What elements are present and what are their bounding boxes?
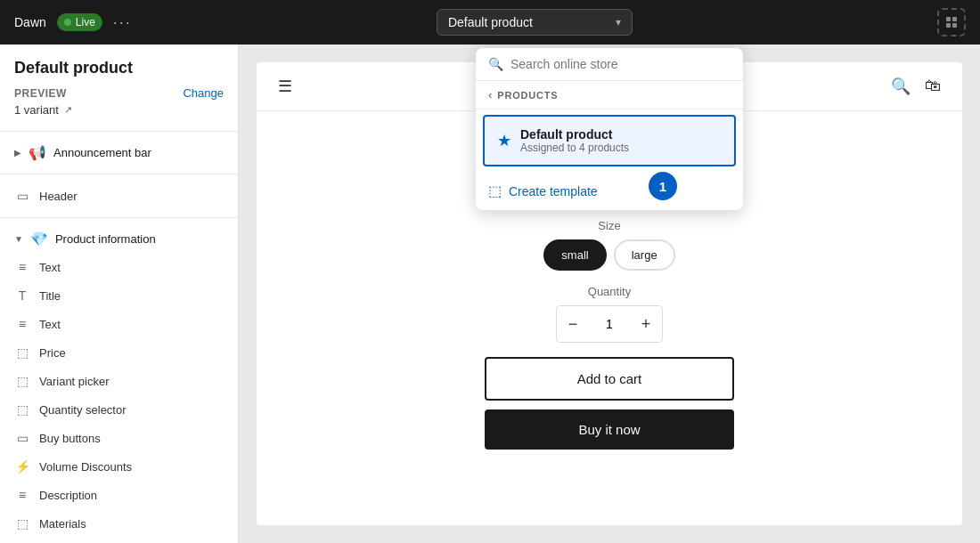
divider-2 xyxy=(0,174,238,174)
selected-template-item[interactable]: ★ Default product Assigned to 4 products xyxy=(483,115,736,166)
create-template-button[interactable]: ⬚ Create template xyxy=(476,172,743,210)
create-template-icon: ⬚ xyxy=(488,182,502,199)
sidebar-item-title[interactable]: T Title xyxy=(0,281,238,310)
volume-discounts-icon: ⚡ xyxy=(14,459,30,474)
announcement-label: Announcement bar xyxy=(53,146,151,159)
variant-text: 1 variant xyxy=(14,103,59,117)
grid-view-button[interactable] xyxy=(937,8,966,36)
nav-icons: 🔍 🛍 xyxy=(891,77,941,96)
create-template-label: Create template xyxy=(509,184,598,199)
dropdown-arrow-icon: ▾ xyxy=(616,16,621,28)
divider-3 xyxy=(0,217,238,218)
buy-buttons-icon: ▭ xyxy=(14,431,30,445)
text-icon-1: ≡ xyxy=(14,260,30,274)
cart-nav-icon[interactable]: 🛍 xyxy=(925,77,941,96)
qty-decrease-button[interactable]: − xyxy=(557,306,589,342)
sidebar: Default product PREVIEW Change 1 variant… xyxy=(0,45,239,543)
variant-picker-label: Variant picker xyxy=(39,375,110,388)
back-nav: ‹ PRODUCTS xyxy=(476,81,743,109)
top-bar-center: Default product ▾ xyxy=(143,9,927,36)
qty-control: − 1 + xyxy=(556,305,663,343)
step-badge: 1 xyxy=(649,172,677,200)
preview-label: PREVIEW xyxy=(14,87,67,100)
section-toggle-icon: ▶ xyxy=(14,148,21,158)
variant-picker-icon: ⬚ xyxy=(14,374,30,388)
live-badge: Live xyxy=(57,13,102,31)
selected-item-sub: Assigned to 4 products xyxy=(520,142,629,154)
sidebar-header: Default product PREVIEW Change 1 variant… xyxy=(0,45,238,124)
variant-row: 1 variant ↗ xyxy=(14,103,224,117)
search-box: 🔍 xyxy=(476,48,743,81)
size-label: Size xyxy=(292,219,927,232)
top-bar: Dawn Live ··· Default product ▾ xyxy=(0,0,980,45)
volume-discounts-label: Volume Discounts xyxy=(39,460,132,474)
template-dropdown[interactable]: Default product ▾ xyxy=(437,9,633,36)
header-label: Header xyxy=(39,190,78,203)
price-icon: ⬚ xyxy=(14,345,30,360)
grid-icon-inner xyxy=(946,17,957,28)
title-icon: T xyxy=(14,288,30,303)
sidebar-item-shipping[interactable]: ⬚ Shipping & Returns xyxy=(0,538,238,543)
sidebar-item-description[interactable]: ≡ Description xyxy=(0,481,238,509)
announcement-icon: 📢 xyxy=(29,144,46,161)
search-input[interactable] xyxy=(510,57,731,71)
qty-value: 1 xyxy=(589,317,630,331)
size-large-button[interactable]: large xyxy=(614,239,675,271)
sidebar-item-variant-picker[interactable]: ⬚ Variant picker xyxy=(0,367,238,395)
text-label-1: Text xyxy=(39,261,61,274)
main-content: ☰ 🔍 🛍 1 variant €12,00 EUR Tax included.… xyxy=(239,45,980,543)
sidebar-item-price[interactable]: ⬚ Price xyxy=(0,338,238,367)
star-icon: ★ xyxy=(497,131,511,150)
buy-now-button[interactable]: Buy it now xyxy=(485,409,734,450)
layout: Default product PREVIEW Change 1 variant… xyxy=(0,45,980,543)
sidebar-title: Default product xyxy=(14,59,224,77)
sidebar-item-buy-buttons[interactable]: ▭ Buy buttons xyxy=(0,424,238,452)
search-nav-icon[interactable]: 🔍 xyxy=(891,77,911,96)
product-info-label: Product information xyxy=(55,232,156,246)
store-name: Dawn xyxy=(14,15,46,29)
products-section-label: PRODUCTS xyxy=(497,90,558,101)
product-info-icon: 💎 xyxy=(30,231,48,247)
size-options: small large xyxy=(292,239,927,271)
hamburger-icon[interactable]: ☰ xyxy=(278,77,292,96)
live-dot xyxy=(64,19,71,26)
add-to-cart-button[interactable]: Add to cart xyxy=(485,357,734,401)
back-arrow-icon[interactable]: ‹ xyxy=(488,88,492,101)
dropdown-panel: 🔍 ‹ PRODUCTS ★ Default product Assigned … xyxy=(476,48,743,210)
announcement-bar-section[interactable]: ▶ 📢 Announcement bar xyxy=(0,139,238,166)
preview-row: PREVIEW Change xyxy=(14,86,224,100)
buy-buttons-label: Buy buttons xyxy=(39,432,101,445)
change-link[interactable]: Change xyxy=(183,86,224,100)
pi-toggle-icon: ▼ xyxy=(14,234,23,244)
sidebar-item-qty-selector[interactable]: ⬚ Quantity selector xyxy=(0,395,238,424)
sidebar-item-volume-discounts[interactable]: ⚡ Volume Discounts xyxy=(0,452,238,481)
title-label: Title xyxy=(39,289,61,303)
external-link-icon: ↗ xyxy=(64,104,72,116)
search-icon: 🔍 xyxy=(488,57,503,71)
sidebar-item-text-1[interactable]: ≡ Text xyxy=(0,253,238,281)
qty-selector-label: Quantity selector xyxy=(39,403,127,417)
size-small-button[interactable]: small xyxy=(543,239,606,271)
text-icon-2: ≡ xyxy=(14,317,30,331)
sidebar-item-materials[interactable]: ⬚ Materials xyxy=(0,509,238,538)
description-icon: ≡ xyxy=(14,488,30,502)
step-number: 1 xyxy=(659,179,666,194)
qty-selector-icon: ⬚ xyxy=(14,402,30,417)
description-label: Description xyxy=(39,489,97,502)
live-text: Live xyxy=(76,16,95,28)
template-name: Default product xyxy=(448,15,608,29)
sidebar-item-header[interactable]: ▭ Header xyxy=(0,182,238,210)
product-info-section[interactable]: ▼ 💎 Product information xyxy=(0,225,238,253)
qty-increase-button[interactable]: + xyxy=(630,306,662,342)
selected-item-name: Default product xyxy=(520,127,629,142)
dropdown-overlay: 🔍 ‹ PRODUCTS ★ Default product Assigned … xyxy=(476,45,743,210)
more-options-button[interactable]: ··· xyxy=(113,13,132,32)
divider xyxy=(0,131,238,132)
header-icon: ▭ xyxy=(14,189,30,203)
materials-label: Materials xyxy=(39,517,86,531)
selected-item-text: Default product Assigned to 4 products xyxy=(520,127,629,154)
price-label: Price xyxy=(39,346,66,360)
materials-icon: ⬚ xyxy=(14,516,30,531)
sidebar-item-text-2[interactable]: ≡ Text xyxy=(0,310,238,338)
text-label-2: Text xyxy=(39,318,61,331)
